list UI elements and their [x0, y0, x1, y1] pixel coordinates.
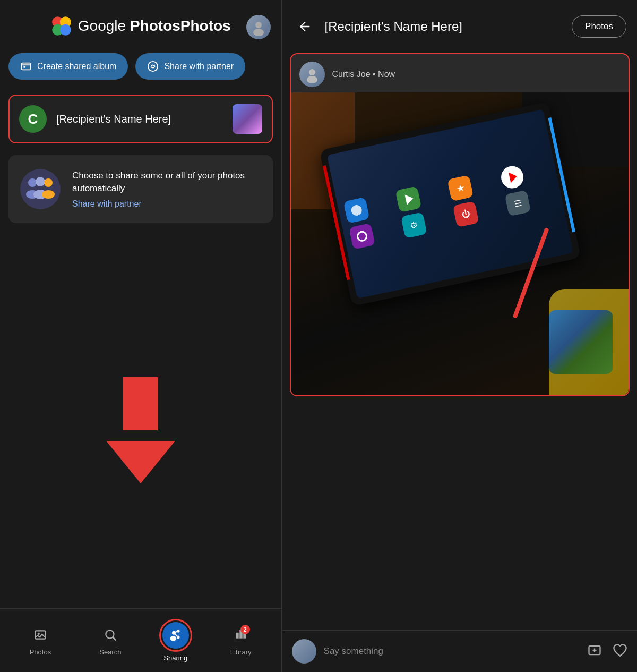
share-with-partner-button[interactable]: Share with partner	[135, 53, 245, 80]
contact-avatar: C	[19, 105, 47, 133]
library-nav-label: Library	[230, 648, 252, 656]
shared-contact-item[interactable]: C [Recipient's Name Here]	[8, 95, 273, 143]
back-arrow-icon	[297, 19, 312, 34]
contact-name: [Recipient's Name Here]	[56, 113, 233, 125]
add-photo-icon	[587, 643, 602, 658]
like-button[interactable]	[613, 643, 627, 660]
svg-point-4	[255, 22, 262, 28]
svg-point-26	[170, 636, 176, 641]
search-nav-icon-wrap	[96, 625, 125, 645]
partner-text-group: Choose to share some or all of your phot…	[72, 169, 262, 209]
svg-point-30	[309, 69, 315, 75]
share-partner-icon	[147, 61, 159, 72]
action-buttons-row: Create shared album Share with partner	[0, 48, 281, 90]
right-header: [Recipient's Name Here] Photos	[282, 0, 637, 47]
heart-icon	[613, 643, 627, 658]
svg-point-13	[36, 177, 45, 186]
svg-point-15	[44, 178, 53, 187]
post-image[interactable]: ★ ⚙	[291, 92, 629, 395]
nav-item-photos[interactable]: Photos	[19, 625, 62, 656]
app-logo: Google PhotosPhotos	[50, 15, 231, 37]
contact-thumbnail	[233, 104, 262, 134]
svg-point-18	[38, 633, 40, 635]
left-panel: Google PhotosPhotos Create shared album	[0, 0, 281, 672]
partner-link[interactable]: Share with partner	[72, 199, 262, 209]
search-nav-label: Search	[99, 648, 121, 656]
post-avatar	[299, 62, 325, 87]
logo-text: Google PhotosPhotos	[78, 18, 231, 35]
nav-item-sharing[interactable]: Sharing	[159, 619, 192, 662]
switch-device: ★ ⚙	[319, 102, 581, 307]
avatar-image	[246, 15, 271, 39]
post-author-text: Curtis Joe • Now	[332, 70, 395, 79]
comment-user-avatar	[292, 639, 316, 664]
create-shared-album-button[interactable]: Create shared album	[8, 53, 128, 80]
comment-bar: Say something	[282, 630, 637, 672]
arrow-shaft	[123, 377, 158, 430]
avatar[interactable]	[246, 15, 271, 39]
svg-rect-17	[35, 631, 46, 639]
logo-icon	[50, 15, 73, 37]
sharing-icon	[168, 628, 183, 643]
sharing-nav-label: Sharing	[163, 654, 187, 662]
library-badge: 2	[240, 625, 250, 634]
svg-point-9	[148, 62, 158, 71]
photos-filter-button[interactable]: Photos	[572, 15, 626, 38]
partner-main-text: Choose to share some or all of your phot…	[72, 169, 262, 195]
post-author-avatar-icon	[304, 66, 321, 83]
switch-body: ★ ⚙	[319, 102, 581, 307]
search-icon	[104, 628, 117, 642]
shared-post: Curtis Joe • Now	[290, 53, 630, 396]
user-silhouette-icon	[250, 19, 267, 36]
game-cartridge	[549, 310, 613, 374]
right-panel: [Recipient's Name Here] Photos Curtis Jo…	[282, 0, 637, 672]
arrow-head	[106, 441, 175, 483]
photo-content: ★ ⚙	[291, 92, 629, 395]
photos-icon	[33, 628, 47, 642]
shared-content-area: Curtis Joe • Now	[282, 47, 637, 630]
svg-rect-27	[236, 633, 238, 639]
svg-point-5	[253, 29, 264, 36]
instruction-arrow	[0, 252, 281, 608]
nav-item-library[interactable]: 2 Library	[220, 625, 262, 656]
post-header: Curtis Joe • Now	[291, 54, 629, 92]
svg-rect-6	[22, 63, 31, 70]
svg-point-10	[20, 169, 61, 209]
svg-point-16	[42, 190, 55, 199]
album-icon	[20, 61, 32, 72]
library-badge-wrap: 2	[234, 627, 248, 643]
post-meta: Curtis Joe • Now	[332, 70, 395, 79]
left-header: Google PhotosPhotos	[0, 0, 281, 48]
sharing-circle-outline	[159, 619, 192, 652]
comment-input[interactable]: Say something	[324, 646, 580, 657]
photos-nav-label: Photos	[30, 648, 51, 656]
bottom-navigation: Photos Search	[0, 608, 281, 672]
svg-line-20	[113, 637, 116, 640]
svg-rect-8	[23, 66, 25, 68]
svg-point-3	[60, 24, 71, 36]
svg-point-31	[307, 76, 317, 83]
comment-actions	[587, 643, 627, 660]
sharing-icon-bg	[162, 622, 189, 649]
library-nav-icon-wrap: 2	[226, 625, 256, 645]
right-panel-title: [Recipient's Name Here]	[325, 19, 564, 34]
photos-nav-icon-wrap	[25, 625, 55, 645]
back-button[interactable]	[293, 15, 316, 38]
partner-sharing-illustration	[19, 168, 62, 210]
svg-point-11	[28, 178, 37, 187]
partner-share-card: Choose to share some or all of your phot…	[8, 155, 273, 223]
nav-item-search[interactable]: Search	[89, 625, 132, 656]
switch-screen: ★ ⚙	[326, 109, 573, 299]
add-to-album-button[interactable]	[587, 643, 602, 660]
